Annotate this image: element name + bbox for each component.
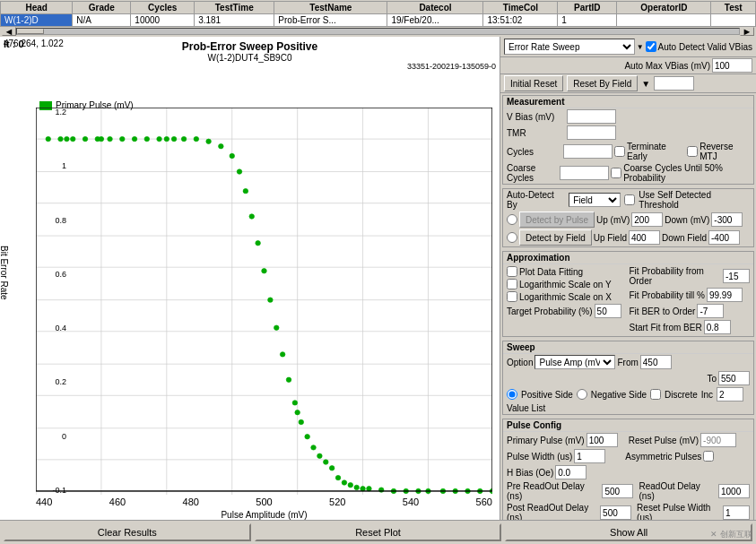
up-field-input[interactable] (629, 230, 660, 245)
bottom-bar: Clear Results Reset Plot Show All ✕ 创新互联 (0, 520, 756, 544)
detect-by-field-btn[interactable]: Detect by Field (519, 229, 592, 246)
cell-operatorid (617, 14, 711, 27)
svg-point-35 (181, 136, 187, 141)
start-fit-ber-label: Start Fit from BER (630, 323, 702, 332)
terminate-early-checkbox[interactable] (614, 146, 625, 157)
coarse-cycles-input[interactable]: 1000 (560, 166, 609, 180)
reset-plot-btn[interactable]: Reset Plot (255, 523, 502, 541)
svg-point-31 (144, 136, 150, 141)
col-testtime: TestTime (195, 2, 274, 14)
pre-readout-delay-input[interactable] (602, 484, 633, 498)
up-mv-input[interactable] (631, 212, 663, 227)
inc-input[interactable] (717, 387, 743, 402)
reverse-mtj-checkbox[interactable] (687, 146, 698, 157)
col-test: Test (711, 2, 756, 14)
auto-detect-by-label: Auto-Detect By (507, 190, 565, 210)
svg-point-61 (361, 487, 366, 491)
negative-side-radio[interactable] (577, 389, 587, 400)
target-prob-input[interactable] (595, 304, 621, 318)
chart-plot-area: Primary Pulse (mV) Bit Error Rate (0, 63, 500, 520)
primary-pulse-input[interactable] (587, 433, 618, 447)
svg-point-51 (299, 419, 304, 424)
plot-data-fitting-checkbox[interactable] (507, 266, 517, 277)
asymmetric-pulses-checkbox[interactable] (703, 451, 714, 462)
to-label: To (707, 374, 717, 384)
col-grade: Grade (73, 2, 131, 14)
fit-ber-order-input[interactable] (697, 304, 724, 318)
reset-by-field-btn[interactable]: Reset By Field (567, 75, 638, 91)
start-fit-ber-input[interactable] (704, 320, 731, 334)
auto-max-vbias-input[interactable] (712, 58, 752, 73)
sweep-option-select[interactable]: Pulse Amp (mV) (534, 355, 615, 369)
svg-point-46 (274, 325, 280, 330)
svg-point-53 (311, 445, 317, 450)
positive-side-label: Positive Side (521, 390, 573, 400)
from-input[interactable] (640, 355, 672, 369)
use-self-detected-label: Use Self Detected Threshold (639, 190, 750, 210)
reset-pulse-width-input[interactable] (723, 505, 750, 520)
pulse-config-label: Pulse Config (503, 419, 753, 432)
sweep-type-select[interactable]: Error Rate Sweep (504, 39, 635, 55)
log-scale-x-checkbox[interactable] (507, 291, 517, 302)
svg-point-37 (206, 139, 212, 143)
post-readout-delay-input[interactable] (600, 505, 631, 520)
discrete-checkbox[interactable] (650, 389, 661, 400)
right-panel: Error Rate Sweep ▼ Auto Detect Valid VBi… (500, 37, 756, 520)
svg-point-48 (286, 377, 291, 382)
down-field-label: Down Field (662, 233, 707, 243)
tmr-input[interactable]: 1.700 (567, 125, 616, 140)
scroll-left-btn[interactable]: ◄ (2, 27, 16, 36)
svg-point-30 (132, 136, 137, 141)
log-scale-y-checkbox[interactable] (507, 279, 517, 289)
up-mv-label: Up (mV) (596, 215, 630, 225)
down-mv-input[interactable] (711, 212, 743, 227)
h-bias-input[interactable] (555, 465, 587, 479)
detect-by-field-radio[interactable] (507, 232, 517, 243)
reset-field-oe-input[interactable]: -5000 (654, 76, 694, 91)
readout-delay-input[interactable] (718, 484, 750, 498)
cell-grade: N/A (73, 14, 131, 27)
cell-testtime: 3.181 (195, 14, 274, 27)
coarse-50pct-checkbox[interactable] (611, 168, 621, 178)
auto-detect-vbias-checkbox[interactable] (646, 41, 656, 52)
watermark: ✕ 创新互联 (710, 529, 752, 540)
post-readout-delay-label: Post ReadOut Delay (ns) (507, 503, 598, 520)
sweep-dropdown-arrow: ▼ (637, 43, 644, 51)
detect-by-pulse-radio[interactable] (507, 214, 517, 225)
use-self-detected-checkbox[interactable] (624, 194, 635, 205)
fit-prob-order-input[interactable] (723, 269, 750, 283)
scroll-right-btn[interactable]: ► (740, 27, 754, 36)
cycles-input[interactable]: 10000 (563, 144, 613, 159)
log-scale-x-label: Logarithmic Scale on X (519, 292, 612, 302)
svg-point-56 (329, 466, 335, 471)
col-operatorid: OperatorID (617, 2, 711, 14)
cell-partid: 1 (558, 14, 617, 27)
v-bias-input[interactable]: 50.000 (567, 109, 616, 124)
svg-point-45 (268, 298, 274, 302)
cell-datecol: 19/Feb/20... (387, 14, 483, 27)
reset-pulse-label: Reset Pulse (mV) (629, 436, 699, 445)
svg-point-28 (108, 136, 113, 141)
svg-point-29 (120, 136, 126, 141)
initial-reset-btn[interactable]: Initial Reset (504, 75, 563, 91)
detect-by-pulse-btn[interactable]: Detect by Pulse (519, 212, 595, 228)
pulse-width-input[interactable] (574, 449, 605, 463)
x-tick-labels: 440 460 480 500 520 540 560 (36, 497, 492, 507)
auto-detect-by-select[interactable]: Field (569, 193, 621, 207)
reset-field-oe-label: ▼ (641, 79, 650, 89)
reset-pulse-input[interactable] (700, 433, 736, 447)
to-input[interactable] (718, 371, 750, 385)
svg-point-54 (317, 453, 323, 458)
chart-svg (36, 108, 492, 495)
svg-point-42 (249, 214, 255, 219)
cell-head: W(1-2)D (1, 14, 73, 27)
auto-detect-vbias-label: Auto Detect Valid VBias (658, 42, 752, 52)
down-field-input[interactable] (708, 230, 740, 245)
tmr-label: TMR (507, 128, 565, 138)
svg-point-24 (71, 136, 76, 141)
data-table-container: Head Grade Cycles TestTime TestName Date… (0, 0, 756, 37)
positive-side-radio[interactable] (507, 389, 517, 400)
scroll-thumb-h[interactable] (17, 29, 44, 34)
fit-prob-till-input[interactable] (707, 288, 743, 302)
clear-results-btn[interactable]: Clear Results (4, 523, 251, 541)
